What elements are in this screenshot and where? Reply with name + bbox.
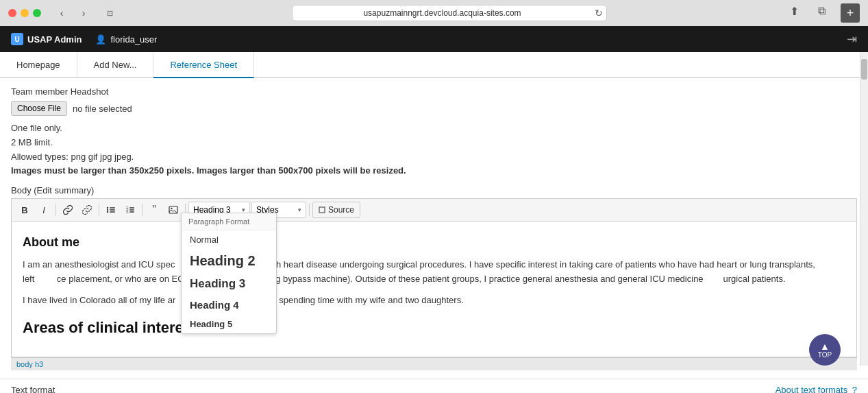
editor-para-colorado: I have lived in Colorado all of my life … <box>23 294 845 308</box>
tab-homepage[interactable]: Homepage <box>0 52 77 78</box>
status-h3-tag[interactable]: h3 <box>35 360 43 368</box>
admin-logo[interactable]: U USAP Admin <box>11 33 82 45</box>
unlink-button[interactable] <box>78 202 96 218</box>
format-normal[interactable]: Normal <box>182 230 276 249</box>
file-row: Choose File no file selected <box>11 101 857 116</box>
paragraph-format-dropdown: Paragraph Format Normal Heading 2 Headin… <box>181 213 277 334</box>
format-heading2[interactable]: Heading 2 <box>182 249 276 273</box>
admin-user[interactable]: 👤 florida_user <box>95 34 157 45</box>
svg-point-2 <box>107 211 108 213</box>
file-info-size2: 500x700 <box>278 165 313 176</box>
help-icon: ? <box>852 385 857 393</box>
file-info-suffix: pixels will be resized. <box>313 165 406 176</box>
svg-text:3.: 3. <box>126 210 129 214</box>
link-icon <box>63 205 73 215</box>
sidebar-toggle-button[interactable]: ⇥ <box>847 32 857 47</box>
source-button[interactable]: Source <box>312 202 360 218</box>
svg-rect-3 <box>110 207 115 208</box>
blockquote-button[interactable]: " <box>145 202 163 218</box>
bold-button[interactable]: B <box>16 202 34 218</box>
svg-rect-11 <box>129 211 134 212</box>
toolbar-separator-3 <box>142 204 142 216</box>
tab-add-new[interactable]: Add New... <box>77 52 154 78</box>
unlink-icon <box>82 205 92 215</box>
ul-icon <box>106 205 116 215</box>
user-icon: 👤 <box>95 34 106 45</box>
file-info-line1: One file only. <box>11 121 857 136</box>
logo-icon: U <box>11 33 23 45</box>
file-upload-label: Team member Headshot <box>11 86 857 97</box>
file-info-mid: pixels. Images larger than <box>164 165 278 176</box>
italic-button[interactable]: I <box>35 202 53 218</box>
file-info-line3: Allowed types: png gif jpg jpeg. <box>11 150 857 165</box>
image-icon <box>169 205 178 215</box>
status-body-tag[interactable]: body <box>16 360 33 368</box>
format-heading3[interactable]: Heading 3 <box>182 273 276 295</box>
svg-rect-9 <box>129 207 134 208</box>
text-format-label: Text format <box>11 385 55 393</box>
editor-body[interactable]: About me I am an anesthesiologist and IC… <box>11 221 857 357</box>
svg-rect-10 <box>129 209 134 210</box>
format-heading5[interactable]: Heading 5 <box>182 315 276 333</box>
file-info: One file only. 2 MB limit. Allowed types… <box>11 121 857 178</box>
window-resize-button[interactable]: ⊡ <box>99 5 121 21</box>
traffic-lights <box>8 9 41 17</box>
nav-tabs: Homepage Add New... Reference Sheet <box>0 52 868 78</box>
top-arrow-icon: ▲ <box>820 342 830 351</box>
close-button[interactable] <box>8 9 16 17</box>
svg-point-1 <box>107 209 108 211</box>
bottom-bar: Text format About text formats ? <box>0 379 868 393</box>
file-info-prefix: Images must be larger than <box>11 165 129 176</box>
scrollbar-thumb[interactable] <box>861 59 867 80</box>
toolbar-separator-1 <box>55 204 56 216</box>
scrollbar[interactable] <box>860 52 868 366</box>
minimize-button[interactable] <box>21 9 29 17</box>
source-icon <box>319 206 325 213</box>
about-formats-container: About text formats ? <box>776 385 857 393</box>
link-button[interactable] <box>59 202 77 218</box>
duplicate-button[interactable]: ⧉ <box>810 3 832 19</box>
editor-para-about: I am an anesthesiologist and ICU spec an… <box>23 258 845 287</box>
toolbar-separator-5 <box>309 204 310 216</box>
source-label: Source <box>328 205 354 215</box>
maximize-button[interactable] <box>33 9 41 17</box>
forward-button[interactable]: › <box>74 5 93 21</box>
share-button[interactable]: ⬆ <box>783 3 805 19</box>
title-bar: ‹ › ⊡ ↻ ⬆ ⧉ + <box>0 0 868 26</box>
svg-rect-5 <box>110 211 115 212</box>
admin-right: ⇥ <box>847 32 857 47</box>
url-input[interactable] <box>292 5 607 21</box>
editor-heading-clinical: Areas of clinical interest <box>23 315 845 340</box>
file-info-size1: 350x250 <box>129 165 164 176</box>
tab-reference-sheet[interactable]: Reference Sheet <box>153 52 254 78</box>
body-section-label: Body (Edit summary) <box>11 185 857 195</box>
refresh-button[interactable]: ↻ <box>595 8 603 19</box>
admin-bar: U USAP Admin 👤 florida_user ⇥ <box>0 26 868 52</box>
unordered-list-button[interactable] <box>102 202 120 218</box>
editor-toolbar: B I <box>11 198 857 221</box>
file-info-line4: Images must be larger than 350x250 pixel… <box>11 164 857 178</box>
file-info-line2: 2 MB limit. <box>11 136 857 150</box>
admin-username: florida_user <box>110 34 157 45</box>
no-file-selected-text: no file selected <box>73 104 132 114</box>
choose-file-button[interactable]: Choose File <box>11 101 67 116</box>
dropdown-title: Paragraph Format <box>182 213 276 230</box>
nav-buttons: ‹ › <box>52 5 93 21</box>
content-area: Team member Headshot Choose File no file… <box>0 78 868 379</box>
title-bar-actions: ⬆ ⧉ + <box>783 3 860 23</box>
format-heading4[interactable]: Heading 4 <box>182 295 276 315</box>
svg-point-13 <box>171 208 172 209</box>
about-text-formats-link[interactable]: About text formats <box>776 385 848 393</box>
toolbar-separator-2 <box>99 204 99 216</box>
ol-icon: 1. 2. 3. <box>125 205 135 215</box>
top-button-label: TOP <box>818 351 832 359</box>
svg-rect-4 <box>110 209 115 210</box>
image-button[interactable] <box>164 202 182 218</box>
new-tab-button[interactable]: + <box>841 3 860 23</box>
ordered-list-button[interactable]: 1. 2. 3. <box>121 202 139 218</box>
back-button[interactable]: ‹ <box>52 5 71 21</box>
editor-status-bar: body h3 <box>11 357 857 370</box>
editor-heading-about: About me <box>23 233 845 252</box>
scroll-to-top-button[interactable]: ▲ TOP <box>809 334 841 366</box>
address-bar: ↻ <box>126 5 772 21</box>
